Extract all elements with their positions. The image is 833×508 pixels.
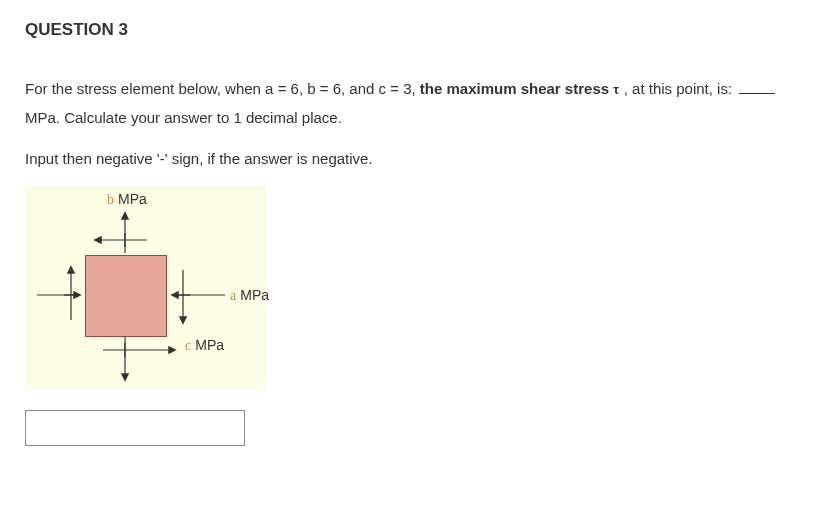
arrow-overlay xyxy=(25,185,265,390)
question-title: QUESTION 3 xyxy=(25,20,808,40)
text-part1: For the stress element below, when a = 6… xyxy=(25,80,420,97)
answer-blank-inline xyxy=(739,93,775,94)
question-statement: For the stress element below, when a = 6… xyxy=(25,75,808,132)
answer-input[interactable] xyxy=(25,410,245,446)
text-part3: MPa. Calculate your answer to 1 decimal … xyxy=(25,109,342,126)
instruction-line: Input then negative '-' sign, if the ans… xyxy=(25,150,808,167)
text-part2: , at this point, is: xyxy=(620,80,737,97)
stress-diagram: bMPa aMPa cMPa xyxy=(25,185,265,390)
bold-phrase: the maximum shear stress xyxy=(420,80,613,97)
